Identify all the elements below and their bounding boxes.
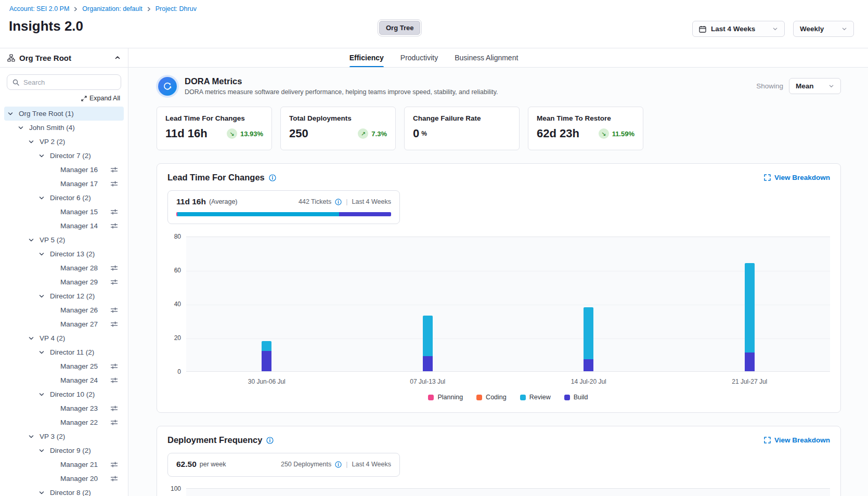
filter-sliders-icon[interactable]	[110, 223, 118, 229]
legend-item[interactable]: Build	[564, 394, 588, 401]
breadcrumb-link[interactable]: Account: SEI 2.0 PM	[9, 5, 69, 12]
tree-item[interactable]: Director 9 (2)	[4, 443, 124, 458]
filter-sliders-icon[interactable]	[110, 265, 118, 271]
info-icon[interactable]	[335, 199, 342, 205]
chevron-down-icon[interactable]	[38, 153, 50, 159]
tree-item[interactable]: Director 7 (2)	[4, 149, 124, 163]
tree-item[interactable]: Director 13 (2)	[4, 247, 124, 261]
x-axis-tick-label: 21 Jul-27 Jul	[669, 378, 831, 385]
stacked-bar[interactable]	[262, 341, 271, 372]
chevron-right-icon	[73, 7, 78, 11]
stacked-bar[interactable]	[584, 307, 593, 372]
search-input[interactable]	[23, 79, 115, 86]
chevron-down-icon[interactable]	[38, 293, 50, 299]
stacked-bar[interactable]	[745, 263, 755, 371]
org-tree-button[interactable]: Org Tree	[379, 21, 420, 35]
tree-item[interactable]: VP 4 (2)	[4, 331, 124, 345]
chevron-down-icon[interactable]	[28, 237, 40, 243]
filter-sliders-icon[interactable]	[110, 180, 118, 187]
legend-item[interactable]: Planning	[428, 394, 463, 401]
phase-distribution-bar	[176, 212, 391, 216]
time-range-select[interactable]: Last 4 Weeks	[692, 21, 785, 37]
tree-item[interactable]: Manager 25	[4, 359, 124, 373]
filter-sliders-icon[interactable]	[110, 419, 118, 426]
filter-sliders-icon[interactable]	[110, 405, 118, 412]
tree-item[interactable]: Manager 28	[4, 261, 124, 275]
y-axis-tick-label: 20	[174, 334, 181, 342]
info-icon[interactable]	[335, 461, 342, 468]
chevron-down-icon[interactable]	[28, 335, 40, 342]
tree-item-label: VP 3 (2)	[40, 433, 65, 440]
filter-sliders-icon[interactable]	[110, 321, 118, 328]
deployment-frequency-title: Deployment Frequency	[167, 435, 262, 445]
filter-sliders-icon[interactable]	[110, 279, 118, 285]
chevron-down-icon[interactable]	[18, 125, 29, 131]
y-axis-tick-label: 100	[171, 485, 181, 492]
x-axis-tick-label: 30 Jun-06 Jul	[186, 378, 347, 385]
chevron-down-icon[interactable]	[38, 490, 50, 496]
sidebar-header: Org Tree Root	[0, 48, 128, 68]
tab-productivity[interactable]: Productivity	[400, 48, 438, 67]
tree-item[interactable]: Director 6 (2)	[4, 191, 124, 205]
metric-value: 62d 23h	[537, 127, 579, 140]
tree-item[interactable]: VP 3 (2)	[4, 429, 124, 443]
tree-item[interactable]: Manager 27	[4, 317, 124, 331]
tree-item[interactable]: Org Tree Root (1)	[4, 107, 124, 121]
tree-item[interactable]: Manager 17	[4, 177, 124, 191]
breadcrumb-link[interactable]: Organization: default	[82, 5, 142, 12]
tree-item[interactable]: Manager 20	[4, 472, 124, 486]
org-tree-sidebar: Org Tree Root Expand All Org Tree Root (…	[0, 48, 128, 496]
expand-all-button[interactable]: Expand All	[0, 90, 128, 105]
time-range-value: Last 4 Weeks	[711, 25, 755, 33]
view-breakdown-link[interactable]: View Breakdown	[764, 436, 830, 444]
tree-item[interactable]: Manager 16	[4, 163, 124, 177]
tree-item[interactable]: Director 8 (2)	[4, 486, 124, 496]
chevron-down-icon[interactable]	[7, 111, 19, 117]
chevron-down-icon[interactable]	[38, 195, 50, 201]
tree-item-label: Director 12 (2)	[50, 292, 95, 300]
chevron-down-icon[interactable]	[28, 434, 40, 440]
tree-item[interactable]: VP 5 (2)	[4, 233, 124, 247]
tree-item[interactable]: Manager 23	[4, 401, 124, 415]
trend-value: 7.3%	[371, 130, 387, 138]
tree-item[interactable]: Manager 24	[4, 373, 124, 387]
tree-item[interactable]: John Smith (4)	[4, 121, 124, 135]
info-icon[interactable]	[269, 174, 276, 181]
metric-title: Mean Time To Restore	[537, 114, 634, 122]
tree-item[interactable]: Manager 15	[4, 205, 124, 219]
tab-efficiency[interactable]: Efficiency	[349, 48, 384, 67]
tree-item[interactable]: Director 11 (2)	[4, 345, 124, 359]
tree-item[interactable]: VP 2 (2)	[4, 135, 124, 149]
tree-item[interactable]: Manager 26	[4, 303, 124, 317]
tab-business-alignment[interactable]: Business Alignment	[455, 48, 518, 67]
filter-sliders-icon[interactable]	[110, 363, 118, 370]
tree-item[interactable]: Manager 21	[4, 458, 124, 472]
legend-item[interactable]: Coding	[476, 394, 507, 401]
breadcrumb-link[interactable]: Project: Dhruv	[156, 5, 197, 12]
tree-item[interactable]: Director 10 (2)	[4, 387, 124, 401]
chevron-down-icon[interactable]	[38, 251, 50, 257]
filter-sliders-icon[interactable]	[110, 475, 118, 482]
info-icon[interactable]	[266, 437, 274, 444]
chevron-down-icon[interactable]	[38, 349, 50, 356]
view-breakdown-link[interactable]: View Breakdown	[764, 174, 830, 181]
chevron-down-icon[interactable]	[38, 391, 50, 398]
tree-item[interactable]: Manager 14	[4, 219, 124, 233]
chevron-down-icon[interactable]	[28, 139, 40, 145]
tree-item-label: Manager 27	[60, 320, 98, 328]
showing-select[interactable]: Mean	[789, 78, 841, 94]
chevron-up-icon[interactable]	[114, 55, 121, 61]
granularity-select[interactable]: Weekly	[793, 21, 854, 37]
filter-sliders-icon[interactable]	[110, 307, 118, 314]
filter-sliders-icon[interactable]	[110, 208, 118, 215]
legend-item[interactable]: Review	[520, 394, 551, 401]
tree-item[interactable]: Manager 29	[4, 275, 124, 289]
chevron-down-icon[interactable]	[38, 448, 50, 454]
tree-item[interactable]: Director 12 (2)	[4, 289, 124, 303]
granularity-value: Weekly	[800, 25, 824, 33]
filter-sliders-icon[interactable]	[110, 377, 118, 384]
filter-sliders-icon[interactable]	[110, 461, 118, 468]
tree-item[interactable]: Manager 22	[4, 415, 124, 429]
filter-sliders-icon[interactable]	[110, 166, 118, 173]
stacked-bar[interactable]	[423, 316, 433, 371]
